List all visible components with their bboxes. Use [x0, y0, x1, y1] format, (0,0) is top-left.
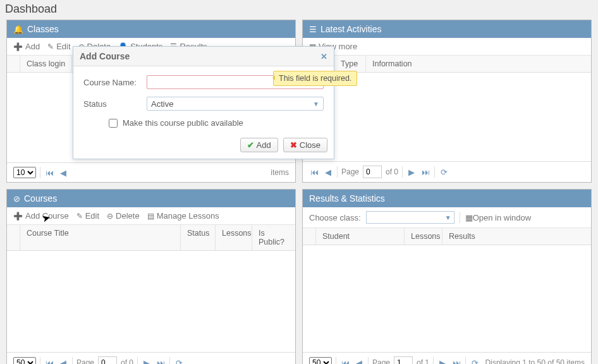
list-icon: ☰	[309, 25, 317, 34]
panel-results: Results & Statistics Choose class: ▼ ▦Op…	[302, 189, 592, 364]
page-label: Page	[372, 358, 390, 364]
panel-title: Latest Activities	[320, 24, 382, 34]
first-page-button[interactable]: ⏮	[340, 358, 350, 365]
first-page-button[interactable]: ⏮	[44, 168, 54, 178]
minus-icon: ⊖	[107, 212, 113, 221]
next-page-button[interactable]: ▶	[142, 358, 152, 365]
check-icon: ⊘	[13, 194, 20, 203]
panel-title: Classes	[27, 24, 59, 34]
bell-icon: 🔔	[13, 25, 23, 34]
status-select[interactable]: Active ▼	[147, 97, 324, 111]
col-public: Is Public?	[252, 225, 295, 250]
latest-toolbar: ▦View more	[303, 38, 591, 56]
courses-columns: Course Title Status Lessons Is Public?	[7, 225, 295, 251]
edit-course-button[interactable]: ✎Edit	[76, 211, 99, 221]
col-info: Information	[366, 56, 591, 72]
public-checkbox[interactable]	[109, 119, 118, 128]
status-label: Status	[83, 99, 147, 109]
refresh-button[interactable]: ⟳	[470, 358, 480, 365]
page-size-select[interactable]: 50	[13, 357, 36, 364]
manage-lessons-button[interactable]: ▤Manage Lessons	[147, 211, 219, 221]
edit-class-button[interactable]: ✎Edit	[47, 42, 70, 51]
of-label: of 0	[121, 358, 133, 364]
results-columns: Student Lessons Results	[303, 228, 591, 245]
modal-add-button[interactable]: ✔Add	[240, 138, 278, 152]
latest-pager: ⏮ ◀ Page of 0 ▶ ⏭ ⟳	[303, 161, 591, 182]
choose-class-select[interactable]: ▼	[366, 211, 455, 224]
validation-tooltip: This field is required.	[273, 71, 357, 86]
add-class-button[interactable]: ➕Add	[13, 42, 40, 51]
panel-latest: ☰ Latest Activities ▦View more Time Type…	[302, 20, 592, 183]
check-icon: ✔	[247, 140, 254, 150]
display-info: Displaying 1 to 50 of 50 items	[485, 358, 585, 364]
pencil-icon: ✎	[47, 42, 54, 51]
plus-icon: ➕	[13, 212, 23, 221]
refresh-button[interactable]: ⟳	[174, 358, 184, 365]
page-size-select[interactable]: 10	[13, 167, 36, 178]
public-label: Make this course public available	[123, 118, 243, 128]
open-window-button[interactable]: ▦Open in window	[465, 213, 532, 222]
classes-pager: 10 ⏮ ◀ items	[7, 162, 295, 182]
add-course-modal: Add Course ✕ Course Name: Status Active …	[73, 46, 334, 159]
prev-page-button[interactable]: ◀	[354, 358, 364, 365]
col-title: Course Title	[20, 225, 181, 250]
first-page-button[interactable]: ⏮	[309, 167, 319, 177]
last-page-button[interactable]: ⏭	[420, 167, 430, 177]
choose-class-label: Choose class:	[309, 213, 361, 222]
next-page-button[interactable]: ▶	[406, 167, 417, 177]
last-page-button[interactable]: ⏭	[156, 358, 166, 365]
modal-close-button[interactable]: ✖Close	[283, 138, 327, 152]
page-input[interactable]	[394, 356, 413, 364]
window-icon: ▦	[465, 213, 473, 222]
close-icon[interactable]: ✕	[320, 52, 327, 61]
plus-icon: ➕	[13, 42, 23, 51]
course-name-label: Course Name:	[83, 78, 147, 87]
results-pager: 50 ⏮ ◀ Page of 1 ▶ ⏭ ⟳ Displaying 1 to 5…	[303, 352, 591, 364]
col-status: Status	[181, 225, 216, 250]
checkbox-col	[7, 56, 20, 72]
first-page-button[interactable]: ⏮	[44, 358, 54, 365]
chevron-down-icon: ▼	[445, 214, 451, 221]
page-title: Dashboad	[0, 0, 598, 20]
panel-title: Results & Statistics	[309, 193, 385, 203]
col-lessons: Lessons	[405, 228, 442, 245]
checkbox-col	[303, 228, 316, 245]
modal-title: Add Course	[80, 51, 130, 61]
of-label: of 0	[386, 167, 398, 176]
panel-title: Courses	[24, 193, 57, 203]
prev-page-button[interactable]: ◀	[323, 167, 333, 177]
col-student: Student	[316, 228, 405, 245]
panel-header-courses: ⊘ Courses	[7, 190, 295, 207]
next-page-button[interactable]: ▶	[437, 358, 448, 365]
page-input[interactable]	[363, 166, 382, 178]
prev-page-button[interactable]: ◀	[58, 358, 68, 365]
book-icon: ▤	[147, 212, 154, 221]
results-body	[303, 245, 591, 352]
delete-course-button[interactable]: ⊖Delete	[107, 211, 140, 221]
modal-header[interactable]: Add Course ✕	[73, 47, 334, 66]
col-class-login: Class login	[20, 56, 72, 72]
prev-page-button[interactable]: ◀	[58, 168, 68, 178]
of-label: of 1	[417, 358, 429, 364]
pencil-icon: ✎	[76, 212, 83, 221]
courses-body	[7, 251, 295, 352]
col-results: Results	[442, 228, 591, 245]
page-size-select[interactable]: 50	[309, 357, 332, 364]
col-lessons: Lessons	[216, 225, 252, 250]
panel-header-latest: ☰ Latest Activities	[303, 20, 591, 38]
panel-header-results: Results & Statistics	[303, 190, 591, 207]
refresh-button[interactable]: ⟳	[439, 167, 449, 177]
last-page-button[interactable]: ⏭	[451, 358, 461, 365]
items-label: items	[271, 168, 289, 177]
page-label: Page	[76, 358, 94, 364]
col-type: Type	[334, 56, 366, 72]
courses-pager: 50 ⏮ ◀ Page of 0 ▶ ⏭ ⟳	[7, 352, 295, 364]
chevron-down-icon: ▼	[313, 100, 319, 107]
checkbox-col	[7, 225, 20, 250]
results-bar: Choose class: ▼ ▦Open in window	[303, 207, 591, 228]
page-input[interactable]	[98, 356, 117, 364]
panel-courses: ⊘ Courses ➕Add Course ✎Edit ⊖Delete ▤Man…	[6, 189, 296, 364]
page-label: Page	[341, 167, 359, 176]
latest-body	[303, 73, 591, 161]
close-icon: ✖	[290, 140, 297, 150]
